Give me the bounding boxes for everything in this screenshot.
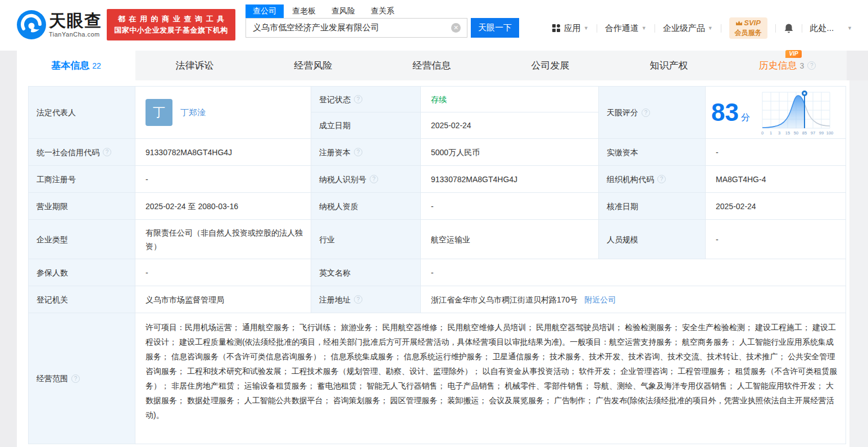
score-value: 83 <box>711 100 739 125</box>
field-label: 参保人数 <box>29 259 135 286</box>
field-label: 营业期限 <box>29 193 135 220</box>
field-label: 实缴资本 <box>599 139 706 166</box>
svip-membership-button[interactable]: SVIP 会员服务 <box>729 17 767 39</box>
vip-badge: VIP <box>785 50 801 58</box>
field-label: 登记机关 <box>29 286 135 313</box>
help-icon[interactable] <box>354 148 362 156</box>
search-tab-relation[interactable]: 查关系 <box>371 5 394 17</box>
score-cell: 83 分 0131550859799100 <box>706 87 846 139</box>
svg-text:97: 97 <box>811 130 815 136</box>
tab-basic-info[interactable]: 基本信息 22 <box>17 51 135 80</box>
business-scope-value: 许可项目：民用机场运营； 通用航空服务； 飞行训练； 旅游业务； 民用航空器维修… <box>135 313 846 444</box>
slogan-line1: 都 在 用 的 商 业 查 询 工 具 <box>118 13 225 25</box>
divider <box>597 24 597 33</box>
logo-name: 天眼查 <box>49 12 102 30</box>
help-icon[interactable] <box>657 175 666 183</box>
tab-operation-risk[interactable]: 经营风险 <box>254 51 372 80</box>
help-icon[interactable] <box>642 109 650 117</box>
field-value: - <box>421 259 846 286</box>
tab-operation-label: 经营信息 <box>413 59 451 72</box>
field-value: 义乌市市场监督管理局 <box>135 286 311 313</box>
logo-domain: TianYanCha.com <box>49 31 102 38</box>
tab-company-development[interactable]: 公司发展 <box>491 51 610 80</box>
svg-text:85: 85 <box>802 130 807 136</box>
field-label: 经营范围 <box>29 313 135 444</box>
divider <box>721 24 721 33</box>
help-icon[interactable] <box>807 61 816 70</box>
chevron-down-icon: ▼ <box>847 25 852 31</box>
field-value: 2025-02-24 <box>421 112 599 139</box>
apps-grid-icon <box>552 24 561 33</box>
top-nav: 应用 ▼ 合作通道 ▼ 企业级产品 ▼ SVIP 会员服务 <box>552 17 852 39</box>
field-label: 纳税人识别号 <box>311 166 421 193</box>
company-tabs-bar: 基本信息 22 法律诉讼 经营风险 经营信息 公司发展 知识产权 历史信息 VI… <box>0 51 868 80</box>
field-value: MA8GT4HG-4 <box>706 166 846 193</box>
tab-intellectual-property[interactable]: 知识产权 <box>610 51 728 80</box>
svg-text:15: 15 <box>785 130 790 136</box>
tab-operation-info[interactable]: 经营信息 <box>372 51 491 80</box>
divider <box>802 24 802 33</box>
user-menu[interactable]: 此处... ▼ <box>810 23 852 34</box>
field-value: 2025-02-24 <box>706 193 846 220</box>
avatar[interactable]: 丁 <box>146 99 172 126</box>
search-tab-company[interactable]: 查公司 <box>246 4 284 18</box>
field-value: 91330782MA8GT4HG4J <box>135 139 311 166</box>
tab-legal-proceedings[interactable]: 法律诉讼 <box>135 51 254 80</box>
user-menu-label: 此处... <box>810 23 834 34</box>
legal-rep-link[interactable]: 丁郑淦 <box>180 106 206 119</box>
svg-text:1: 1 <box>770 130 772 136</box>
field-value: 浙江省金华市义乌市稠江街道贝村路170号 附近公司 <box>421 286 846 313</box>
tianyancha-logo[interactable]: 天眼查 TianYanCha.com <box>17 10 102 39</box>
cooperation-menu[interactable]: 合作通道 ▼ <box>605 23 647 34</box>
tab-basic-label: 基本信息 <box>51 59 89 72</box>
top-header: 天眼查 TianYanCha.com 都 在 用 的 商 业 查 询 工 具 国… <box>0 0 868 51</box>
field-label: 企业类型 <box>29 220 135 259</box>
tab-risk-label: 经营风险 <box>294 59 333 72</box>
field-label: 天眼评分 <box>599 87 706 139</box>
tab-development-label: 公司发展 <box>531 59 570 72</box>
help-icon[interactable] <box>354 95 362 103</box>
field-label: 行业 <box>311 220 421 259</box>
slogan-line2: 国家中小企业发展子基金旗下机构 <box>114 25 228 36</box>
field-value: 航空运输业 <box>421 220 599 259</box>
search-tab-boss[interactable]: 查老板 <box>292 5 316 17</box>
enterprise-menu[interactable]: 企业级产品 ▼ <box>663 23 713 34</box>
clear-search-icon[interactable]: ✕ <box>451 23 461 33</box>
search-button[interactable]: 天眼一下 <box>471 18 519 38</box>
help-icon[interactable] <box>103 148 111 156</box>
brand-slogan: 都 在 用 的 商 业 查 询 工 具 国家中小企业发展子基金旗下机构 <box>107 9 235 40</box>
svg-text:100: 100 <box>826 130 834 136</box>
crown-icon <box>735 20 743 26</box>
field-value: 91330782MA8GT4HG4J <box>421 166 599 193</box>
help-icon[interactable] <box>354 295 362 304</box>
chevron-down-icon: ▼ <box>708 25 713 31</box>
nearby-companies-link[interactable]: 附近公司 <box>584 295 616 304</box>
field-label: 人员规模 <box>599 220 706 259</box>
search-tabs: 查公司 查老板 查风险 查关系 <box>246 4 519 18</box>
notification-bell-icon[interactable] <box>784 23 794 33</box>
apps-label: 应用 <box>564 23 581 34</box>
tab-history-info[interactable]: 历史信息 VIP 3 <box>728 51 847 80</box>
divider <box>655 24 655 33</box>
field-label: 法定代表人 <box>29 87 135 139</box>
tab-history-label: 历史信息 <box>759 59 797 72</box>
legal-rep-cell: 丁 丁郑淦 <box>135 87 311 139</box>
field-value: - <box>135 166 311 193</box>
tab-basic-count: 22 <box>92 61 101 70</box>
field-label: 成立日期 <box>311 112 421 139</box>
field-label: 纳税人资质 <box>311 193 421 220</box>
field-label: 核准日期 <box>599 193 706 220</box>
search-input[interactable] <box>246 18 467 38</box>
scrollbar-track[interactable] <box>849 80 868 447</box>
svg-text:99: 99 <box>819 130 824 136</box>
basic-info-panel: 法定代表人 丁 丁郑淦 登记状态 存续 天眼评分 83 分 0131550859… <box>0 80 868 447</box>
field-value: - <box>135 259 311 286</box>
field-label: 注册资本 <box>311 139 421 166</box>
help-icon[interactable] <box>370 175 378 183</box>
field-value: - <box>706 220 846 259</box>
tab-ip-label: 知识产权 <box>650 59 688 72</box>
apps-menu[interactable]: 应用 ▼ <box>552 23 589 34</box>
help-icon[interactable] <box>71 374 80 383</box>
search-tab-risk[interactable]: 查风险 <box>331 5 355 17</box>
logo-icon <box>17 10 46 39</box>
